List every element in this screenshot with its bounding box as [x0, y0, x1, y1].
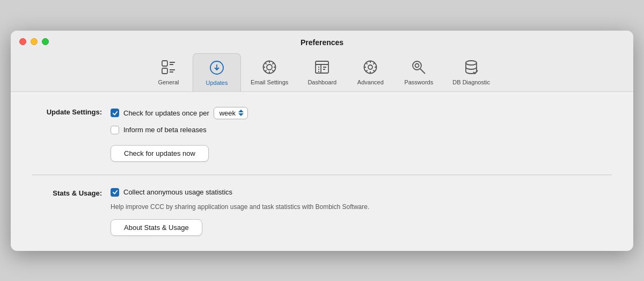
stats-help-text: Help improve CCC by sharing application … — [111, 203, 612, 211]
beta-releases-checkbox-label[interactable]: Inform me of beta releases — [111, 126, 207, 134]
tab-dashboard[interactable]: Dashboard — [298, 53, 346, 91]
frequency-select[interactable]: week — [214, 107, 248, 119]
passwords-icon — [409, 57, 428, 77]
collect-stats-text: Collect anonymous usage statistics — [123, 188, 232, 196]
svg-point-26 — [368, 65, 372, 69]
tab-advanced-label: Advanced — [357, 79, 384, 85]
tab-db-diagnostic-label: DB Diagnostic — [452, 79, 490, 85]
stats-usage-row: Stats & Usage: Collect anonymous usage s… — [32, 188, 612, 236]
tab-email-settings-label: Email Settings — [251, 79, 288, 85]
advanced-icon — [361, 57, 380, 77]
svg-line-14 — [265, 63, 266, 64]
email-settings-icon — [260, 57, 279, 77]
about-button-wrapper: About Stats & Usage — [111, 217, 612, 236]
svg-rect-1 — [162, 68, 167, 74]
stats-usage-body: Collect anonymous usage statistics Help … — [111, 188, 612, 236]
tab-db-diagnostic[interactable]: DB Diagnostic — [443, 53, 500, 91]
updates-icon — [207, 58, 226, 77]
tab-updates[interactable]: Updates — [193, 53, 241, 91]
tab-dashboard-label: Dashboard — [308, 79, 336, 85]
svg-point-8 — [267, 64, 272, 70]
db-diagnostic-icon — [462, 57, 481, 77]
svg-marker-41 — [238, 113, 244, 116]
update-settings-section: Update Settings: Check for updates once … — [32, 107, 612, 162]
collect-stats-checkbox-label[interactable]: Collect anonymous usage statistics — [111, 188, 232, 197]
stats-usage-section: Stats & Usage: Collect anonymous usage s… — [32, 175, 612, 236]
svg-line-34 — [374, 63, 375, 64]
check-updates-checkbox-label[interactable]: Check for updates once per — [111, 109, 209, 117]
check-updates-row: Check for updates once per week — [111, 107, 612, 119]
content-area: Update Settings: Check for updates once … — [11, 92, 633, 251]
svg-line-33 — [374, 70, 375, 71]
frequency-value: week — [219, 109, 236, 117]
check-now-button[interactable]: Check for updates now — [111, 145, 209, 162]
svg-point-36 — [413, 61, 421, 70]
frequency-stepper[interactable] — [238, 109, 244, 117]
check-updates-checkbox[interactable] — [111, 109, 119, 117]
traffic-lights — [19, 38, 49, 45]
svg-line-15 — [272, 70, 273, 71]
svg-line-32 — [367, 63, 368, 64]
update-settings-row: Update Settings: Check for updates once … — [32, 107, 612, 162]
collect-stats-checkbox[interactable] — [111, 188, 119, 197]
check-now-wrapper: Check for updates now — [111, 145, 612, 162]
svg-rect-18 — [316, 61, 328, 73]
preferences-window: Preferences General — [11, 31, 633, 251]
svg-line-17 — [265, 70, 266, 71]
tab-general-label: General — [158, 79, 179, 85]
update-settings-body: Check for updates once per week — [111, 107, 612, 162]
check-updates-text: Check for updates once per — [123, 109, 209, 117]
general-icon — [159, 57, 178, 77]
svg-marker-40 — [238, 110, 244, 112]
beta-releases-row: Inform me of beta releases — [111, 126, 612, 134]
maximize-button[interactable] — [42, 38, 49, 45]
titlebar: Preferences General — [11, 31, 633, 92]
window-title: Preferences — [301, 38, 343, 47]
tab-passwords-label: Passwords — [404, 79, 433, 85]
collect-stats-row: Collect anonymous usage statistics — [111, 188, 612, 197]
update-settings-label: Update Settings: — [32, 107, 102, 116]
svg-point-39 — [466, 61, 477, 65]
tab-advanced[interactable]: Advanced — [346, 53, 394, 91]
svg-line-35 — [367, 70, 368, 71]
svg-line-37 — [420, 69, 425, 74]
stats-usage-label: Stats & Usage: — [32, 188, 102, 197]
tab-updates-label: Updates — [206, 80, 228, 86]
svg-line-16 — [272, 63, 273, 64]
close-button[interactable] — [19, 38, 26, 45]
svg-rect-0 — [162, 61, 167, 66]
svg-point-38 — [415, 63, 419, 67]
beta-releases-checkbox[interactable] — [111, 126, 119, 134]
toolbar: General Updates — [144, 53, 500, 91]
dashboard-icon — [312, 57, 332, 77]
about-stats-usage-button[interactable]: About Stats & Usage — [111, 219, 202, 236]
tab-general[interactable]: General — [144, 53, 193, 91]
minimize-button[interactable] — [31, 38, 38, 45]
tab-email-settings[interactable]: Email Settings — [241, 53, 298, 91]
beta-releases-text: Inform me of beta releases — [123, 126, 207, 134]
tab-passwords[interactable]: Passwords — [394, 53, 443, 91]
